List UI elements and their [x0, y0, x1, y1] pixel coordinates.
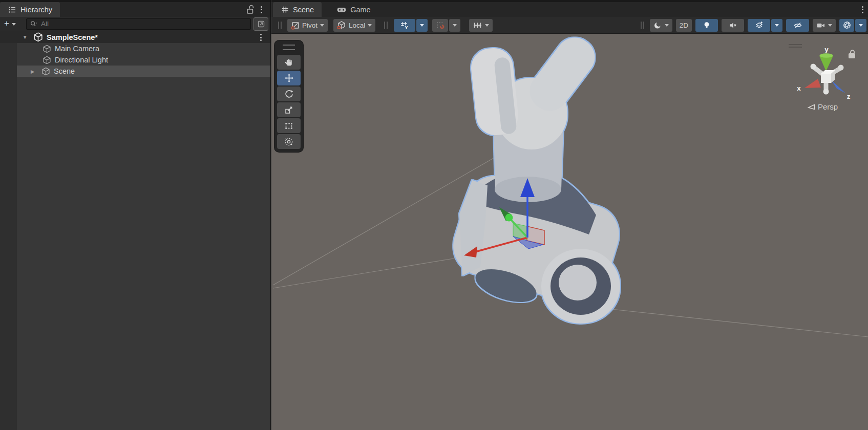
- move-tool-button[interactable]: [277, 71, 301, 85]
- rotate-tool-button[interactable]: [277, 87, 301, 101]
- open-search-window-button[interactable]: [253, 17, 268, 31]
- scene-tab-bar: Scene Game: [271, 0, 868, 17]
- snap-to-grid-toggle[interactable]: [432, 19, 448, 32]
- gizmos-chevron[interactable]: [855, 19, 866, 32]
- local-cube-icon: [337, 20, 346, 30]
- add-gameobject-chevron-icon[interactable]: [12, 23, 16, 26]
- scale-tool-button[interactable]: [277, 102, 301, 117]
- scene-lighting-toggle[interactable]: [695, 19, 718, 32]
- grid-axis-icon: Y: [400, 21, 409, 30]
- snap-magnet-icon: [436, 21, 444, 30]
- tree-item-main-camera[interactable]: Main Camera: [0, 43, 270, 54]
- projection-toggle[interactable]: Persp: [807, 102, 838, 111]
- add-gameobject-button[interactable]: +: [2, 19, 10, 29]
- hierarchy-tab-label: Hierarchy: [20, 6, 52, 14]
- scene-header-row[interactable]: ▼ SampleScene*: [0, 31, 270, 43]
- axis-y-knob[interactable]: [505, 214, 513, 222]
- open-in-window-icon: [257, 20, 265, 28]
- effects-toggle[interactable]: [748, 19, 770, 32]
- valve-outlet-core: [559, 265, 597, 300]
- toolbar-separator: [641, 22, 644, 29]
- hierarchy-search-input[interactable]: All: [26, 18, 251, 30]
- pivot-mode-dropdown[interactable]: Pivot: [287, 19, 328, 32]
- svg-text:Y: Y: [405, 25, 408, 30]
- gamepad-icon: [336, 5, 347, 14]
- snap-increment-dropdown[interactable]: [469, 19, 493, 32]
- pivot-label: Pivot: [302, 22, 317, 29]
- rotation-lock-icon[interactable]: [849, 50, 855, 58]
- snap-to-grid-chevron[interactable]: [449, 19, 460, 32]
- foldout-closed-icon[interactable]: ▶: [31, 69, 38, 74]
- foldout-open-icon[interactable]: ▼: [23, 34, 30, 40]
- gizmos-toggle[interactable]: [839, 19, 854, 32]
- hierarchy-left-gutter: [0, 43, 17, 430]
- scene-tool-palette: [274, 40, 303, 152]
- orientation-gizmo-z-cone[interactable]: [831, 80, 845, 93]
- tree-item-directional-light[interactable]: Directional Light: [0, 54, 270, 66]
- unity-scene-icon: [33, 32, 44, 42]
- tab-hierarchy[interactable]: Hierarchy: [0, 2, 60, 17]
- palette-drag-handle-icon[interactable]: [283, 45, 295, 50]
- scene-grid-icon: [281, 5, 289, 14]
- scene-3d-canvas[interactable]: y x z: [271, 34, 868, 430]
- camera-settings-dropdown[interactable]: [813, 19, 836, 32]
- axis-label-z: z: [847, 93, 851, 100]
- hidden-objects-toggle[interactable]: [786, 19, 809, 32]
- orientation-gizmo[interactable]: y x z: [789, 45, 855, 100]
- scale-icon: [284, 105, 293, 115]
- gameobject-cube-icon: [41, 67, 51, 76]
- toolbar-drag-handle[interactable]: [278, 22, 282, 29]
- tab-game[interactable]: Game: [329, 2, 378, 17]
- scene-header-label: SampleScene*: [47, 33, 98, 41]
- shading-mode-dropdown[interactable]: [650, 19, 672, 32]
- local-label: Local: [349, 22, 365, 29]
- tree-item-scene-selected[interactable]: ▶ Scene: [17, 66, 270, 77]
- game-tab-label: Game: [350, 6, 371, 14]
- chevron-down-icon: [665, 24, 669, 27]
- tree-item-label: Directional Light: [55, 56, 108, 64]
- move-icon: [284, 73, 294, 83]
- effects-chevron[interactable]: [771, 19, 782, 32]
- unlock-icon[interactable]: [245, 5, 255, 14]
- chevron-down-icon: [828, 24, 832, 27]
- search-placeholder: All: [41, 20, 49, 28]
- valve-model[interactable]: [446, 34, 626, 324]
- pivot-icon: [291, 21, 300, 30]
- tree-item-label: Main Camera: [55, 45, 99, 53]
- scene-viewport[interactable]: y x z: [271, 34, 868, 430]
- eye-slash-icon: [793, 21, 802, 30]
- scene-toolbar: Pivot Local Y: [271, 17, 868, 34]
- tab-scene[interactable]: Scene: [273, 2, 322, 17]
- orientation-gizmo-cube[interactable]: [821, 70, 835, 83]
- effects-layers-icon: [755, 21, 764, 30]
- hierarchy-tree: ▼ SampleScene* Main Camera: [0, 31, 270, 430]
- scene-header-kebab-icon[interactable]: [260, 34, 262, 41]
- audio-mute-toggle[interactable]: [722, 19, 744, 32]
- hierarchy-list-icon: [8, 5, 17, 14]
- scene-menu-kebab-icon[interactable]: [862, 6, 863, 13]
- persp-cone-icon: [807, 103, 816, 111]
- video-camera-icon: [816, 21, 825, 30]
- tree-item-label: Scene: [54, 67, 75, 75]
- light-bulb-icon: [703, 21, 711, 30]
- chevron-down-icon: [775, 24, 779, 27]
- rect-tool-button[interactable]: [277, 118, 301, 133]
- hierarchy-menu-kebab-icon[interactable]: [261, 6, 262, 13]
- gameobject-cube-icon: [42, 44, 52, 54]
- gizmos-globe-icon: [842, 20, 852, 30]
- hierarchy-window-controls: [245, 2, 270, 17]
- hand-icon: [284, 58, 293, 67]
- 2d-mode-toggle[interactable]: 2D: [676, 19, 692, 32]
- view-hand-tool-button[interactable]: [277, 55, 301, 70]
- 2d-label: 2D: [680, 22, 688, 29]
- orientation-gizmo-x-cone[interactable]: [805, 79, 821, 88]
- chevron-down-icon: [453, 24, 457, 27]
- hierarchy-tab-bar: Hierarchy: [0, 0, 270, 17]
- chevron-down-icon: [368, 24, 372, 27]
- handle-rotation-dropdown[interactable]: Local: [333, 19, 375, 32]
- orientation-gizmo-y-cone[interactable]: [819, 53, 833, 71]
- grid-visibility-chevron[interactable]: [416, 19, 428, 32]
- transform-tool-button[interactable]: [277, 134, 301, 149]
- grid-visibility-toggle[interactable]: Y: [394, 19, 415, 32]
- transform-combined-icon: [284, 137, 293, 146]
